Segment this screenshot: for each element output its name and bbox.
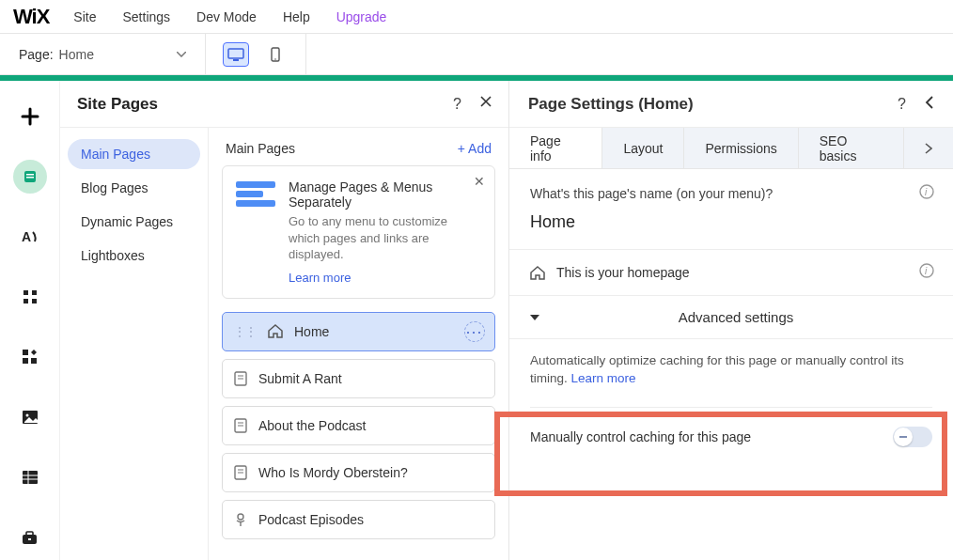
page-selector-value: Home <box>59 47 94 62</box>
close-icon[interactable] <box>480 96 492 113</box>
apps-button[interactable] <box>13 280 47 314</box>
site-pages-header: Site Pages ? <box>60 81 508 128</box>
info-icon[interactable]: i <box>919 263 934 278</box>
home-icon <box>268 324 283 338</box>
manual-cache-toggle[interactable] <box>893 427 932 447</box>
tab-page-info[interactable]: Page info <box>509 128 602 168</box>
svg-point-33 <box>238 514 243 520</box>
site-pages-nav: Main Pages Blog Pages Dynamic Pages Ligh… <box>60 128 209 560</box>
site-pages-main: Main Pages + Add ✕ Manage Pages & Menus … <box>209 128 508 560</box>
svg-text:A: A <box>22 229 31 244</box>
nav-dynamic-pages[interactable]: Dynamic Pages <box>68 207 200 237</box>
add-page-button[interactable]: + Add <box>458 141 492 156</box>
site-pages-title: Site Pages <box>77 95 158 114</box>
svg-rect-6 <box>26 177 34 179</box>
svg-point-3 <box>274 58 276 60</box>
page-selector[interactable]: Page: Home <box>0 47 205 62</box>
svg-rect-9 <box>32 290 37 295</box>
page-icon <box>234 371 247 386</box>
design-button[interactable]: A <box>13 220 47 254</box>
tab-seo-basics[interactable]: SEO basics <box>799 128 904 168</box>
svg-text:i: i <box>925 187 928 197</box>
tabs-more-button[interactable] <box>904 128 953 168</box>
drag-handle-icon[interactable]: ⋮⋮ <box>234 325 257 338</box>
svg-rect-10 <box>23 299 28 303</box>
advanced-settings-toggle[interactable]: Advanced settings <box>509 296 953 339</box>
desktop-view-button[interactable] <box>223 42 249 67</box>
menu-settings[interactable]: Settings <box>122 9 170 24</box>
page-selector-label: Page: <box>19 47 54 62</box>
info-title: Manage Pages & Menus Separately <box>289 179 481 210</box>
left-icon-rail: A <box>0 81 60 560</box>
site-pages-panel: Site Pages ? Main Pages Blog Pages Dynam… <box>60 81 509 560</box>
page-settings-panel: Page Settings (Home) ? Page info Layout … <box>509 81 953 560</box>
nav-lightboxes[interactable]: Lightboxes <box>68 241 200 271</box>
page-list: ⋮⋮ Home ⋯ Submit A Rant About the Podcas… <box>222 312 495 539</box>
cache-description: Automatically optimize caching for this … <box>509 339 953 388</box>
info-icon[interactable]: i <box>919 184 934 199</box>
mobile-view-button[interactable] <box>262 42 289 67</box>
manage-menus-info: ✕ Manage Pages & Menus Separately Go to … <box>222 165 495 299</box>
svg-rect-13 <box>23 358 28 364</box>
info-close-icon[interactable]: ✕ <box>474 174 485 189</box>
tab-layout[interactable]: Layout <box>602 128 684 168</box>
help-icon[interactable]: ? <box>898 96 906 113</box>
nav-main-pages[interactable]: Main Pages <box>68 139 200 169</box>
page-item[interactable]: About the Podcast <box>222 406 495 445</box>
nav-blog-pages[interactable]: Blog Pages <box>68 173 200 203</box>
pages-list-title: Main Pages <box>226 141 295 156</box>
page-icon <box>234 465 247 480</box>
back-icon[interactable] <box>925 96 934 113</box>
svg-text:i: i <box>925 266 928 276</box>
svg-rect-1 <box>233 59 239 61</box>
site-pages-header-actions: ? <box>453 96 492 113</box>
page-icon <box>234 418 247 433</box>
info-learn-more-link[interactable]: Learn more <box>289 271 481 285</box>
svg-rect-8 <box>23 290 28 295</box>
device-switcher <box>205 34 306 74</box>
page-item[interactable]: Who Is Mordy Oberstein? <box>222 453 495 492</box>
menu-upgrade[interactable]: Upgrade <box>336 9 387 24</box>
add-apps-button[interactable] <box>13 340 47 374</box>
page-item[interactable]: Podcast Episodes <box>222 500 495 539</box>
page-bar: Page: Home <box>0 34 953 75</box>
tab-permissions[interactable]: Permissions <box>684 128 798 168</box>
info-desc: Go to any menu to customize which pages … <box>289 213 481 263</box>
menu-help[interactable]: Help <box>283 9 310 24</box>
settings-tabs: Page info Layout Permissions SEO basics <box>509 128 953 169</box>
svg-rect-5 <box>26 174 34 176</box>
page-item-label: Podcast Episodes <box>258 512 364 527</box>
page-item-more-icon[interactable]: ⋯ <box>464 321 485 342</box>
pages-list-header: Main Pages + Add <box>222 141 495 165</box>
svg-rect-12 <box>23 350 28 355</box>
business-button[interactable] <box>13 521 47 554</box>
site-pages-button[interactable] <box>13 160 47 194</box>
content-manager-button[interactable] <box>13 460 47 494</box>
page-item-label: Home <box>294 324 329 339</box>
media-button[interactable] <box>13 400 47 434</box>
svg-rect-17 <box>23 471 38 484</box>
top-bar: WiX Site Settings Dev Mode Help Upgrade <box>0 0 953 34</box>
settings-title: Page Settings (Home) <box>528 95 694 114</box>
toggle-knob <box>894 428 913 446</box>
page-item-home[interactable]: ⋮⋮ Home ⋯ <box>222 312 495 351</box>
podcast-icon <box>234 512 247 527</box>
wix-logo[interactable]: WiX <box>13 5 49 29</box>
page-item[interactable]: Submit A Rant <box>222 359 495 398</box>
advanced-settings-label: Advanced settings <box>539 309 932 325</box>
homepage-text: This is your homepage <box>556 265 690 280</box>
svg-rect-23 <box>28 538 31 540</box>
svg-rect-22 <box>26 532 33 536</box>
settings-header: Page Settings (Home) ? <box>509 81 953 128</box>
cache-learn-more-link[interactable]: Learn more <box>571 371 636 385</box>
add-element-button[interactable] <box>13 100 47 133</box>
menu-devmode[interactable]: Dev Mode <box>196 9 257 24</box>
help-icon[interactable]: ? <box>453 96 461 113</box>
menu-site[interactable]: Site <box>73 9 96 24</box>
page-name-value[interactable]: Home <box>530 212 932 232</box>
homepage-indicator: This is your homepage i <box>509 250 953 296</box>
page-item-label: Submit A Rant <box>258 371 342 386</box>
svg-rect-14 <box>31 358 37 364</box>
settings-header-actions: ? <box>898 96 934 113</box>
chevron-down-icon <box>177 52 186 57</box>
